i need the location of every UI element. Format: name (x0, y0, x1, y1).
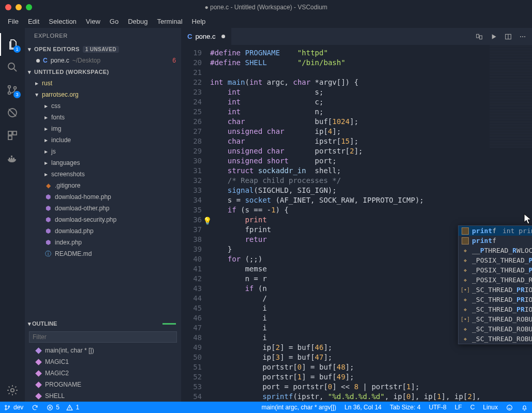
run-icon[interactable] (490, 33, 498, 41)
tree-file[interactable]: ⬢index.php (25, 237, 181, 248)
open-editors-header[interactable]: ▾OPEN EDITORS1 UNSAVED (25, 43, 181, 55)
status-sync[interactable] (27, 404, 42, 411)
outline-filter-input[interactable] (29, 332, 176, 342)
open-editor-entry[interactable]: Cpone.c~/Desktop6 (25, 55, 181, 66)
minimap[interactable] (490, 45, 532, 148)
tree-folder[interactable]: ▸js (25, 146, 181, 157)
problem-count: 6 (172, 57, 176, 64)
activity-docker[interactable] (0, 147, 25, 170)
tree-folder[interactable]: ▸fonts (25, 112, 181, 123)
tree-folder[interactable]: ▸languages (25, 157, 181, 169)
suggest-item[interactable]: ❖_SC_THREAD_ROBUST_PRIO_INHERIT (459, 324, 532, 334)
symbol-constant-icon: ❖ (462, 335, 469, 343)
menu-edit[interactable]: Edit (23, 18, 44, 25)
menu-terminal[interactable]: Terminal (152, 18, 187, 25)
minimize-window-icon[interactable] (16, 4, 22, 10)
activity-scm[interactable]: 3 (0, 79, 25, 101)
tree-file[interactable]: ⓘREADME.md (25, 248, 181, 259)
svg-point-0 (8, 63, 14, 69)
suggest-item[interactable]: printf (459, 236, 532, 246)
svg-rect-10 (13, 158, 14, 159)
tree-file[interactable]: ⬢download-other.php (25, 203, 181, 214)
tree-file[interactable]: ⬢download.php (25, 225, 181, 237)
suggest-item[interactable]: ❖__PTHREAD_RWLOCK_INT_FLAGS_SHARED (459, 246, 532, 255)
activity-search[interactable] (0, 56, 25, 79)
compare-icon[interactable] (475, 33, 483, 41)
suggest-item[interactable]: ❖_SC_THREAD_ROBUST_PRIO_INHERIT (459, 334, 532, 344)
tree-file[interactable]: ⬢download-security.php (25, 214, 181, 225)
smiley-icon (506, 404, 513, 411)
suggest-item[interactable]: ❖_POSIX_THREAD_PRIO_INHERIT (459, 255, 532, 265)
tree-folder[interactable]: ▸css (25, 100, 181, 112)
outline-item[interactable]: SHELL (25, 390, 181, 402)
maximize-window-icon[interactable] (26, 4, 32, 10)
tab-bar: Cpone.c (181, 28, 532, 45)
menu-view[interactable]: View (81, 18, 105, 25)
tree-file[interactable]: ◆.gitignore (25, 180, 181, 191)
lightbulb-icon[interactable]: 💡 (203, 216, 212, 226)
activity-extensions[interactable] (0, 124, 25, 147)
symbol-constant-icon: ❖ (462, 296, 469, 303)
menu-go[interactable]: Go (105, 18, 123, 25)
suggest-widget[interactable]: printfint printf(const char *__restrict_… (458, 225, 532, 344)
git-icon: ◆ (45, 182, 52, 189)
svg-rect-9 (11, 158, 12, 159)
file-tree: ▸rust ▾parrotsec.org ▸css ▸fonts ▸img ▸i… (25, 78, 181, 259)
menu-selection[interactable]: Selection (44, 18, 81, 25)
status-position[interactable]: Ln 36, Col 14 (341, 404, 386, 411)
symbol-constant-icon: ❖ (462, 326, 469, 333)
svg-point-2 (8, 92, 11, 95)
symbol-method-icon (462, 227, 469, 235)
tree-folder[interactable]: ▸include (25, 134, 181, 146)
status-encoding[interactable]: UTF-8 (425, 404, 451, 411)
symbol-constant-icon: ❖ (462, 267, 469, 274)
status-problems[interactable]: 5 1 (42, 404, 83, 411)
suggest-item[interactable]: [•]_SC_THREAD_PRIO_INHERIT (459, 285, 532, 295)
tree-file[interactable]: ⬢download-home.php (25, 191, 181, 203)
scm-badge: 3 (13, 91, 21, 98)
status-eol[interactable]: LF (451, 404, 466, 411)
outline-item[interactable]: MAGIC2 (25, 368, 181, 379)
editor-area: Cpone.c 19 20 21 22 23 24 25 26 27 28 29… (181, 28, 532, 402)
suggest-item[interactable]: [•]_SC_THREAD_ROBUST_PRIO_INHERIT (459, 314, 532, 324)
tree-folder-parrotsec[interactable]: ▾parrotsec.org (25, 89, 181, 100)
status-os[interactable]: Linux (479, 404, 502, 411)
menu-file[interactable]: File (3, 18, 23, 25)
tree-folder[interactable]: ▸img (25, 123, 181, 134)
outline-header[interactable]: ▾OUTLINE (25, 318, 181, 329)
tab-pone-c[interactable]: Cpone.c (181, 28, 231, 45)
outline-item[interactable]: MAGIC1 (25, 356, 181, 368)
more-icon[interactable] (519, 33, 527, 41)
workspace-header[interactable]: ▾UNTITLED (WORKSPACE) (25, 66, 181, 78)
activity-explorer[interactable]: 1 (0, 33, 25, 56)
outline-item[interactable]: main(int, char * []) (25, 345, 181, 356)
suggest-item[interactable]: ❖_SC_THREAD_PRIO_INHERIT (459, 295, 532, 304)
tree-folder-rust[interactable]: ▸rust (25, 78, 181, 89)
outline-filter[interactable] (29, 331, 177, 343)
code-editor[interactable]: 19 20 21 22 23 24 25 26 27 28 29 30 31 3… (181, 45, 532, 402)
activity-debug[interactable] (0, 101, 25, 124)
tree-folder[interactable]: ▸screenshots (25, 169, 181, 180)
svg-point-18 (524, 36, 525, 37)
php-icon: ⬢ (45, 227, 52, 235)
symbol-constant-icon: ❖ (462, 306, 469, 313)
outline-item[interactable]: PROGNAME (25, 379, 181, 390)
menu-debug[interactable]: Debug (123, 18, 152, 25)
suggest-item[interactable]: ❖_POSIX_THREAD_ROBUST_PRIO_INHERIT (459, 275, 532, 285)
suggest-item[interactable]: ❖_SC_THREAD_PRIO_INHERIT (459, 304, 532, 314)
status-notifications[interactable] (517, 404, 532, 411)
close-window-icon[interactable] (5, 4, 11, 10)
status-indent[interactable]: Tab Size: 4 (386, 404, 424, 411)
split-editor-icon[interactable] (504, 33, 512, 41)
activity-settings[interactable] (0, 379, 25, 402)
symbol-enum-icon: [•] (462, 286, 469, 294)
status-language[interactable]: C (466, 404, 479, 411)
suggest-item[interactable]: printfint printf(const char *__restrict_… (459, 226, 532, 236)
status-context[interactable]: main(int argc, char * argv[]) (257, 404, 341, 411)
gear-icon (6, 384, 19, 396)
symbol-method-icon (462, 237, 469, 244)
menu-help[interactable]: Help (187, 18, 211, 25)
status-branch[interactable]: dev (0, 404, 27, 411)
suggest-item[interactable]: ❖_POSIX_THREAD_PRIO_INHERIT (459, 265, 532, 275)
status-feedback[interactable] (502, 404, 517, 411)
